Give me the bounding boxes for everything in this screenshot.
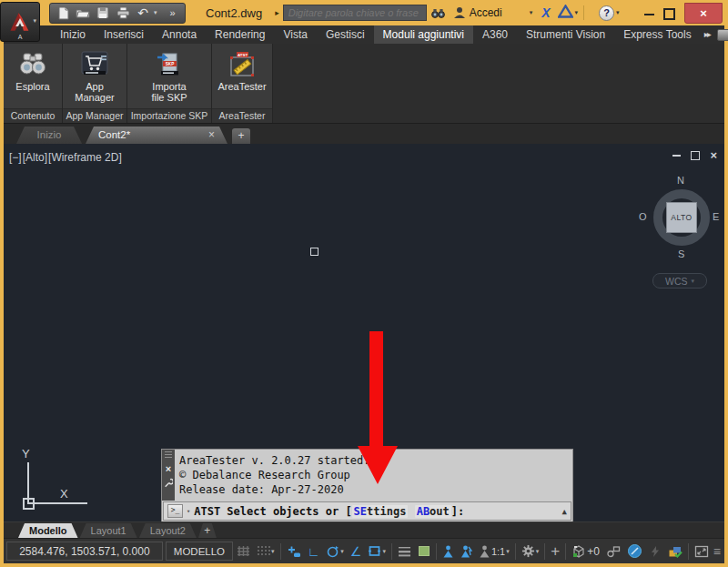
viewcube[interactable]: N O E S ALTO WCS ▾ (628, 175, 723, 295)
tray-settings-icon[interactable] (665, 542, 685, 562)
grid-display-icon[interactable]: ▾ (254, 542, 278, 562)
clean-screen-icon[interactable] (692, 542, 712, 562)
panel-title-app-manager[interactable]: App Manager (63, 108, 126, 123)
panel-title-importazione-skp[interactable]: Importazione SKP (127, 108, 211, 123)
new-tab-button[interactable]: + (232, 128, 250, 144)
app-manager-button[interactable]: App Manager (66, 46, 123, 105)
a360-chevron-icon[interactable]: ▾ (575, 9, 579, 16)
file-tab-cont2[interactable]: Cont2* × (86, 127, 228, 144)
ortho-mode-icon[interactable]: ∟ (305, 542, 323, 562)
transparency-icon[interactable] (415, 542, 433, 562)
panel-title-areatester[interactable]: AreaTester (212, 108, 272, 123)
viewport-restore-icon[interactable] (691, 151, 700, 160)
viewcube-west-label[interactable]: O (639, 211, 647, 222)
viewport-menu-button[interactable]: [−] (9, 151, 22, 164)
command-wrench-icon[interactable] (164, 478, 173, 488)
model-tab[interactable]: Modello (18, 523, 78, 538)
ribbon-tab-vista[interactable]: Vista (274, 25, 316, 44)
areatester-button[interactable]: ATST AreaTester (216, 46, 268, 94)
layout1-tab[interactable]: Layout1 (80, 523, 137, 538)
a360-icon[interactable] (558, 5, 573, 22)
grid-chevron-icon[interactable]: ▾ (271, 548, 275, 555)
annotation-autoscale-icon[interactable] (458, 542, 475, 562)
command-history[interactable]: AreaTester v. 2.0.27 started... © Debala… (175, 450, 572, 501)
ribbon-tab-rendering[interactable]: Rendering (206, 25, 274, 44)
polar-chevron-icon[interactable]: ▾ (340, 548, 344, 555)
command-customize-chevron-icon[interactable]: ▾ (187, 508, 190, 515)
command-close-icon[interactable]: × (166, 464, 171, 473)
viewcube-north-label[interactable]: N (677, 175, 684, 186)
annotation-visibility-icon[interactable] (440, 542, 457, 562)
coordinates-display[interactable]: 2584.476, 1503.571, 0.000 (6, 542, 163, 561)
save-icon[interactable] (94, 5, 112, 21)
add-layout-button[interactable]: + (198, 523, 217, 538)
annotation-scale-button[interactable]: 1:1 ▾ (476, 542, 512, 562)
command-window-grip[interactable]: × (162, 450, 175, 501)
lineweight-icon[interactable] (395, 542, 414, 562)
annotation-scale-chevron-icon[interactable]: ▾ (506, 548, 510, 555)
ribbon-tab-inserisci[interactable]: Inserisci (95, 25, 153, 44)
drawing-area[interactable]: [−] [Alto] [Wireframe 2D] × N O E S ALTO… (4, 144, 724, 521)
open-file-icon[interactable] (74, 5, 92, 21)
polar-tracking-icon[interactable]: ▾ (323, 542, 347, 562)
isodraft-icon[interactable]: ∠ (348, 542, 365, 562)
performance-lightning-icon[interactable] (646, 542, 664, 562)
viewport-close-icon[interactable]: × (710, 151, 717, 160)
keyword-about[interactable]: ABout (415, 505, 451, 518)
ribbon-tab-express-tools[interactable]: Express Tools (614, 25, 700, 44)
file-tab-inizio[interactable]: Inizio (16, 127, 82, 144)
app-menu-button[interactable]: ▾ A (0, 2, 40, 42)
print-icon[interactable] (114, 5, 132, 21)
ribbon-tab-a360[interactable]: A360 (473, 25, 517, 44)
help-icon[interactable]: ? (599, 5, 614, 21)
view-control-button[interactable]: [Alto] (23, 151, 47, 164)
graphics-performance-icon[interactable] (624, 542, 645, 562)
ribbon-tab-inizio[interactable]: Inizio (51, 25, 95, 44)
command-grip-dots-icon[interactable] (165, 451, 172, 460)
command-prompt-icon[interactable]: >_ (167, 504, 183, 518)
ribbon-tab-annota[interactable]: Annota (153, 25, 206, 44)
panel-title-contenuto[interactable]: Contenuto (4, 108, 62, 123)
viewcube-top-face[interactable]: ALTO (666, 202, 697, 233)
workspace-gear-icon[interactable]: ▾ (519, 542, 542, 562)
viewcube-east-label[interactable]: E (713, 211, 719, 222)
importa-file-skp-button[interactable]: SKP Importa file SKP (144, 46, 195, 105)
customization-menu-icon[interactable]: ≡ (713, 542, 722, 562)
close-button[interactable]: × (684, 3, 723, 24)
workspace-chevron-icon[interactable]: ▾ (536, 548, 540, 555)
ribbon-tab-strumenti-vision[interactable]: Strumenti Vision (517, 25, 614, 44)
undo-icon[interactable]: ↶ (134, 5, 152, 21)
osnap-chevron-icon[interactable]: ▾ (382, 548, 386, 555)
wcs-selector[interactable]: WCS ▾ (652, 273, 707, 289)
ribbon-tabs-overflow-icon[interactable]: ▸▸ (701, 25, 713, 44)
search-history-icon[interactable]: ▸ (275, 8, 279, 17)
ribbon-tab-gestisci[interactable]: Gestisci (317, 25, 374, 44)
command-expand-icon[interactable]: ▲ (562, 507, 567, 516)
layout2-tab[interactable]: Layout2 (139, 523, 197, 538)
viewport-minimize-icon[interactable] (672, 155, 681, 157)
qat-more-icon[interactable]: » (163, 5, 181, 21)
object-snap-icon[interactable]: ▾ (365, 542, 389, 562)
quick-properties-icon[interactable]: + (548, 542, 562, 562)
ribbon-tab-moduli-aggiuntivi[interactable]: Moduli aggiuntivi (374, 25, 473, 44)
snap-mode-icon[interactable] (234, 542, 253, 562)
sign-in-button[interactable]: Accedi ▾ (453, 6, 533, 19)
command-window[interactable]: × AreaTester v. 2.0.27 started... © Deba… (162, 450, 572, 521)
file-tab-close-icon[interactable]: × (208, 127, 215, 144)
exchange-apps-icon[interactable]: X (541, 5, 550, 20)
dynamic-input-icon[interactable] (284, 542, 304, 562)
search-input[interactable] (283, 5, 427, 21)
search-icon[interactable] (430, 4, 446, 22)
command-prompt[interactable]: >_ ▾ ATST Select objects or [SEttings AB… (163, 501, 571, 521)
ribbon-display-toggle[interactable]: ▾ (713, 25, 728, 44)
help-chevron-icon[interactable]: ▾ (616, 9, 620, 16)
minimize-button[interactable] (644, 14, 654, 15)
viewport-cube-icon[interactable]: +0 (569, 542, 602, 562)
viewcube-south-label[interactable]: S (678, 248, 684, 259)
maximize-button[interactable] (663, 8, 675, 20)
esplora-button[interactable]: Esplora (14, 46, 51, 94)
keyword-settings[interactable]: SEttings (352, 505, 409, 518)
new-file-icon[interactable] (54, 5, 72, 21)
undo-chevron-icon[interactable]: ▾ (154, 9, 161, 16)
isolate-objects-icon[interactable] (603, 542, 623, 562)
